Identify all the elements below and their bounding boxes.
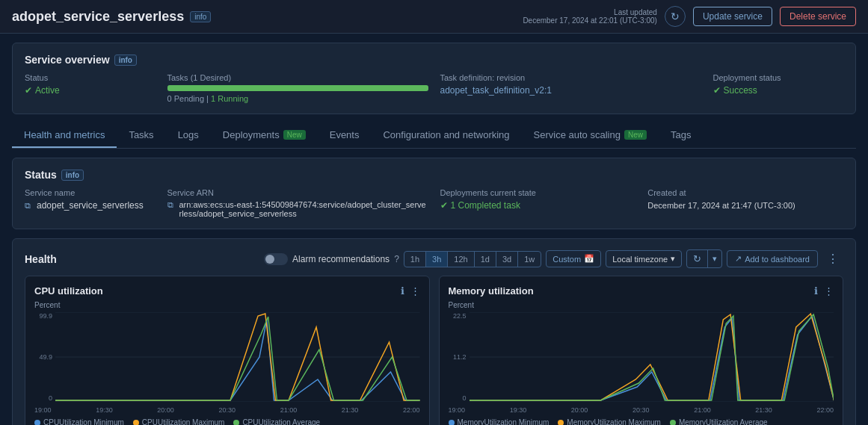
tasks-progress-bar — [167, 85, 428, 91]
cpu-y-axis: 99.9 49.9 0 — [34, 312, 55, 402]
cpu-min-dot — [34, 420, 40, 426]
cpu-y-label: Percent — [34, 301, 420, 309]
cpu-chart-title: CPU utilization — [34, 285, 103, 297]
tabs-bar: Health and metrics Tasks Logs Deployment… — [12, 123, 856, 149]
cpu-max-dot — [133, 420, 139, 426]
header-left: adopet_service_serverless info — [12, 9, 211, 25]
tab-events[interactable]: Events — [318, 123, 372, 148]
cpu-legend-min: CPUUtilization Minimum — [34, 418, 124, 425]
deployments-state-field: Deployments current state ✔ 1 Completed … — [440, 188, 636, 218]
memory-chart-icons: ℹ ⋮ — [814, 285, 834, 297]
header-info-badge[interactable]: info — [190, 11, 211, 22]
copy-icon[interactable]: ⧉ — [25, 201, 31, 211]
header-bar: adopet_service_serverless info Last upda… — [0, 0, 868, 34]
cpu-x-labels: 19:00 19:30 20:00 20:30 21:00 21:30 22:0… — [34, 406, 420, 414]
memory-chart-area — [470, 312, 834, 404]
deployments-state-value: ✔ 1 Completed task — [440, 200, 636, 211]
external-link-icon: ↗ — [735, 254, 742, 264]
tasks-item: Tasks (1 Desired) 0 Pending | 1 Running — [167, 73, 428, 103]
time-range-group: 1h 3h 12h 1d 3d 1w — [404, 251, 541, 267]
cpu-chart-svg — [55, 312, 420, 402]
tab-autoscaling[interactable]: Service auto scaling New — [522, 123, 659, 148]
time-range-1d[interactable]: 1d — [475, 252, 496, 267]
cpu-legend-max: CPUUtilization Maximum — [133, 418, 225, 425]
tab-tasks[interactable]: Tasks — [117, 123, 165, 148]
memory-chart-svg — [470, 312, 834, 402]
memory-legend-min: MemoryUtilization Minimum — [449, 418, 550, 425]
tab-configuration[interactable]: Configuration and networking — [371, 123, 521, 148]
memory-y-label: Percent — [449, 301, 834, 309]
cpu-chart-card: CPU utilization ℹ ⋮ Percent 99.9 49.9 0 — [25, 276, 430, 425]
status-info-badge[interactable]: info — [61, 170, 84, 181]
deployments-new-badge: New — [283, 130, 306, 140]
tab-deployments[interactable]: Deployments New — [211, 123, 318, 148]
cpu-legend-avg: CPUUtilization Average — [233, 418, 320, 425]
memory-chart-legend: MemoryUtilization Minimum MemoryUtilizat… — [449, 418, 834, 425]
memory-y-axis: 22.5 11.2 0 — [449, 312, 470, 402]
memory-legend-max: MemoryUtilization Maximum — [558, 418, 661, 425]
service-arn-field: Service ARN ⧉ arn:aws:ecs:us-east-1:5450… — [167, 188, 428, 218]
tasks-labels: 0 Pending | 1 Running — [167, 94, 428, 103]
charts-grid: CPU utilization ℹ ⋮ Percent 99.9 49.9 0 — [25, 276, 843, 425]
header-right: Last updated December 17, 2024 at 22:01 … — [523, 6, 856, 27]
memory-chart-title: Memory utilization — [449, 285, 534, 297]
more-options-button[interactable]: ⋮ — [822, 250, 843, 267]
tab-tags[interactable]: Tags — [659, 123, 703, 148]
cpu-chart-more-button[interactable]: ⋮ — [410, 285, 420, 297]
service-overview-title: Service overview info — [25, 54, 843, 66]
cpu-chart-header: CPU utilization ℹ ⋮ — [34, 285, 420, 297]
alarm-toggle-switch[interactable] — [264, 253, 288, 265]
task-def-link[interactable]: adopet_task_definition_v2:1 — [440, 85, 552, 96]
cpu-chart-legend: CPUUtilization Minimum CPUUtilization Ma… — [34, 418, 420, 425]
deployment-status-value: ✔ Success — [713, 85, 844, 96]
health-header: Health Alarm recommendations ? 1h 3h 12h… — [25, 249, 843, 268]
timezone-selector[interactable]: Local timezone ▾ — [606, 250, 682, 267]
status-card: Status info Service name ⧉ adopet_servic… — [12, 158, 856, 229]
add-to-dashboard-button[interactable]: ↗ Add to dashboard — [727, 250, 818, 267]
time-range-12h[interactable]: 12h — [448, 252, 474, 267]
status-item: Status ✔ Active — [25, 73, 156, 103]
health-controls: Alarm recommendations ? 1h 3h 12h 1d 3d … — [264, 249, 843, 268]
memory-chart-card: Memory utilization ℹ ⋮ Percent 22.5 11.2… — [439, 276, 844, 425]
memory-chart-info-button[interactable]: ℹ — [814, 285, 818, 297]
service-arn-link[interactable]: arn:aws:ecs:us-east-1:545009847674:servi… — [179, 200, 428, 218]
arn-copy-icon[interactable]: ⧉ — [167, 200, 173, 210]
update-service-button[interactable]: Update service — [693, 7, 772, 26]
deployment-status-item: Deployment status ✔ Success — [713, 73, 844, 103]
cpu-chart-info-button[interactable]: ℹ — [401, 285, 404, 297]
cpu-avg-dot — [233, 420, 239, 426]
memory-avg-dot — [670, 420, 676, 426]
task-def-item: Task definition: revision adopet_task_de… — [440, 73, 701, 103]
health-card: Health Alarm recommendations ? 1h 3h 12h… — [12, 238, 856, 425]
created-at-field: Created at December 17, 2024 at 21:47 (U… — [647, 188, 843, 218]
page-title: adopet_service_serverless — [12, 9, 184, 25]
time-range-3d[interactable]: 3d — [496, 252, 518, 267]
memory-max-dot — [558, 420, 564, 426]
delete-service-button[interactable]: Delete service — [780, 7, 856, 26]
overview-info-badge[interactable]: info — [114, 55, 137, 66]
autoscaling-new-badge: New — [624, 130, 647, 140]
tab-health[interactable]: Health and metrics — [12, 123, 117, 148]
custom-range-button[interactable]: Custom 📅 — [546, 250, 601, 267]
memory-legend-avg: MemoryUtilization Average — [670, 418, 768, 425]
tab-logs[interactable]: Logs — [166, 123, 211, 148]
time-range-1h[interactable]: 1h — [404, 252, 426, 267]
last-updated-text: Last updated December 17, 2024 at 22:01 … — [523, 8, 657, 25]
status-active: ✔ Active — [25, 85, 156, 96]
service-overview-card: Service overview info Status ✔ Active Ta… — [12, 43, 856, 114]
memory-chart-header: Memory utilization ℹ ⋮ — [449, 285, 834, 297]
refresh-chart-button[interactable]: ↻ — [687, 250, 708, 267]
refresh-button[interactable]: ↻ — [665, 6, 686, 27]
alarm-toggle-group: Alarm recommendations ? — [264, 253, 399, 265]
memory-chart-more-button[interactable]: ⋮ — [824, 285, 834, 297]
time-range-3h[interactable]: 3h — [426, 252, 448, 267]
refresh-dropdown-button[interactable]: ▾ — [708, 250, 721, 267]
memory-x-labels: 19:00 19:30 20:00 20:30 21:00 21:30 22:0… — [449, 406, 834, 414]
overview-grid: Status ✔ Active Tasks (1 Desired) 0 Pend… — [25, 73, 843, 103]
health-title: Health — [25, 253, 57, 265]
memory-min-dot — [449, 420, 455, 426]
time-range-1w[interactable]: 1w — [518, 252, 541, 267]
status-section-title: Status info — [25, 169, 843, 181]
calendar-icon: 📅 — [584, 254, 594, 264]
alarm-info-icon[interactable]: ? — [394, 254, 399, 264]
